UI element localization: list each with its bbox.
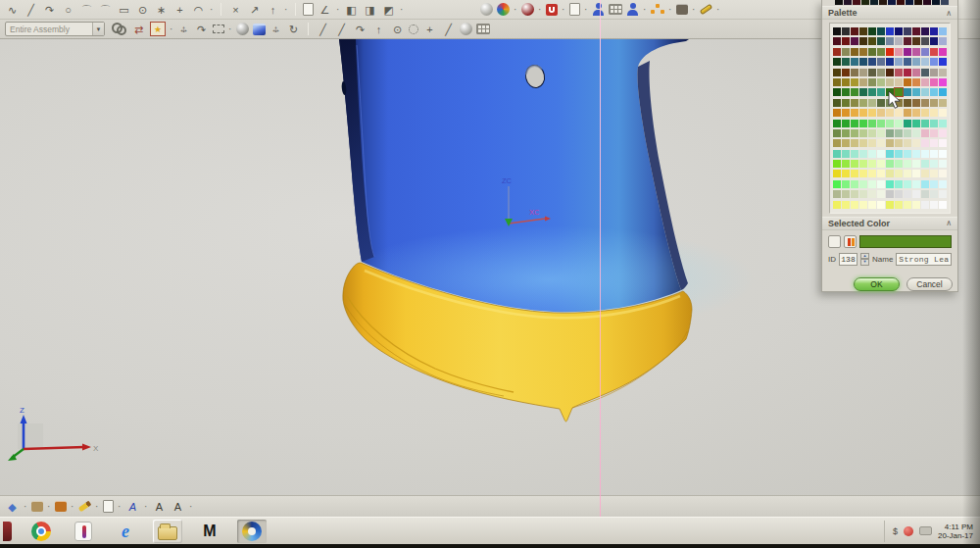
palette-swatch[interactable] [859,78,867,86]
palette-swatch[interactable] [886,170,894,177]
palette-swatch[interactable] [868,48,876,56]
palette-swatch[interactable] [868,37,876,45]
palette-swatch[interactable] [932,0,940,5]
palette-swatch[interactable] [877,150,885,158]
palette-swatch[interactable] [939,150,947,158]
palette-swatch[interactable] [859,99,867,107]
palette-swatch[interactable] [842,120,850,127]
palette-swatch[interactable] [877,109,885,117]
palette-swatch[interactable] [912,88,920,96]
palette-swatch[interactable] [939,170,947,177]
palette-swatch[interactable] [833,99,841,107]
palette-swatch[interactable] [851,78,858,86]
palette-swatch[interactable] [877,160,885,168]
palette-swatch[interactable] [833,27,841,35]
palette-swatch[interactable] [895,69,903,76]
palette-swatch[interactable] [912,37,920,45]
palette-swatch[interactable] [868,170,876,177]
palette-swatch[interactable] [904,120,911,127]
palette-swatch[interactable] [842,109,850,117]
palette-swatch[interactable] [912,190,920,198]
palette-swatch[interactable] [842,58,850,66]
visualize-icon[interactable]: ◆ [5,499,20,515]
line-icon[interactable]: ╱ [24,2,38,18]
palette-swatch[interactable] [833,78,841,86]
palette-swatch[interactable] [912,170,920,177]
palette-swatch[interactable] [851,201,858,209]
palette-swatch[interactable] [930,129,938,137]
palette-swatch[interactable] [895,37,903,45]
chevron-down-icon[interactable]: ▼ [92,23,104,35]
palette-swatch[interactable] [877,170,885,177]
palette-swatch[interactable] [851,99,858,107]
palette-swatch[interactable] [886,37,894,45]
palette-swatch[interactable] [859,190,867,198]
palette-swatch[interactable] [914,0,922,5]
palette-swatch[interactable] [895,27,903,35]
palette-swatch[interactable] [904,139,911,147]
palette-swatch[interactable] [921,58,929,66]
palette-swatch[interactable] [851,170,858,177]
rectangle-icon[interactable]: ▭ [117,2,131,18]
palette-swatch[interactable] [939,48,947,56]
palette-swatch[interactable] [895,48,903,56]
palette-swatch[interactable] [904,129,911,137]
datum-grid-icon[interactable] [476,24,490,34]
palette-swatch[interactable] [930,170,938,177]
palette-swatch[interactable] [886,27,894,35]
color-id-value[interactable]: 138 [839,253,858,266]
m-app-icon-button[interactable]: M [195,520,224,543]
palette-swatch[interactable] [939,109,947,117]
palette-swatch[interactable] [886,201,894,209]
palette-swatch[interactable] [921,88,929,96]
palette-swatch[interactable] [921,150,929,158]
palette-swatch[interactable] [851,139,858,147]
palette-swatch[interactable] [868,150,876,158]
palette-swatch[interactable] [851,88,858,96]
palette-swatch[interactable] [921,129,929,137]
taskbar-item-partial-button[interactable] [0,520,14,543]
palette-swatch[interactable] [886,190,894,198]
vector-icon[interactable]: ↑ [371,22,386,37]
palette-swatch[interactable] [886,160,894,168]
palette-swatch[interactable] [904,109,911,117]
profile-icon[interactable]: ∿ [5,2,20,18]
palette-swatch[interactable] [833,129,841,137]
nx-app-icon-button[interactable] [237,520,267,543]
palette-swatch[interactable] [895,58,903,66]
palette-swatch[interactable] [859,109,867,117]
palette-swatch[interactable] [868,190,876,198]
palette-swatch[interactable] [833,170,841,177]
palette-swatch[interactable] [930,120,938,127]
palette-swatch[interactable] [868,180,876,188]
palette-swatch[interactable] [877,201,885,209]
palette-swatch[interactable] [853,0,860,5]
curve-icon[interactable]: ↷ [353,22,368,37]
palette-swatch[interactable] [930,58,938,66]
palette-swatch[interactable] [870,0,878,5]
new-window-icon[interactable] [569,3,580,16]
palette-swatch[interactable] [904,27,911,35]
file-explorer-icon-button[interactable] [153,520,182,543]
palette-swatch[interactable] [939,190,947,198]
palette-swatch[interactable] [930,150,938,158]
render-style-red-icon[interactable] [521,3,534,16]
line2-icon[interactable]: ╱ [441,22,456,37]
rotate-object-icon[interactable]: ↷ [194,22,209,37]
taskbar-item-partial[interactable] [3,522,12,541]
collapse-chevron-icon[interactable]: ∧ [946,219,952,227]
palette-swatch[interactable] [930,109,938,117]
palette-swatch[interactable] [886,180,894,188]
scene-page-icon[interactable] [103,500,114,513]
palette-swatch[interactable] [912,69,920,76]
palette-swatch[interactable] [868,88,876,96]
collapse-chevron-icon[interactable]: ∧ [946,9,952,18]
palette-swatch[interactable] [851,150,858,158]
palette-swatch[interactable] [868,201,876,209]
palette-swatch[interactable] [921,139,929,147]
palette-swatch[interactable] [868,160,876,168]
palette-swatch[interactable] [842,139,850,147]
work-grid-icon[interactable] [609,4,622,15]
palette-swatch[interactable] [859,58,867,66]
palette-swatch[interactable] [851,48,858,56]
